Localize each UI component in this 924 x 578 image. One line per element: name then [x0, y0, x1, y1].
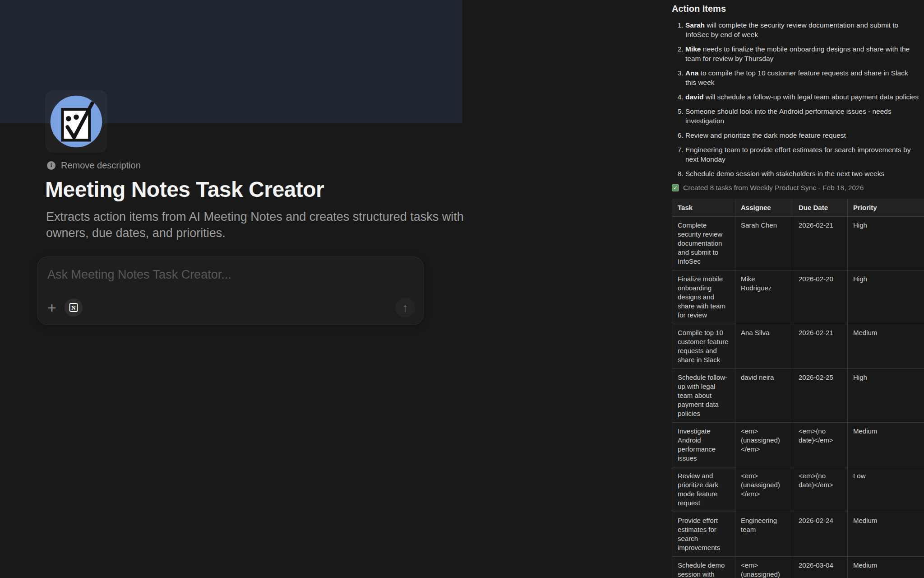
table-row: Investigate Android performance issues<e…	[672, 423, 924, 467]
table-cell: <em>(unassigned)​</em>	[735, 557, 793, 578]
table-cell: 2026-02-21	[793, 217, 848, 270]
tasks-table-body: Complete security review documentation a…	[672, 217, 924, 578]
action-item: Engineering team to provide effort estim…	[685, 145, 920, 164]
tasks-table-header-row: TaskAssigneeDue DatePriority	[672, 199, 924, 217]
table-header-cell: Assignee	[735, 199, 793, 217]
action-item: Ana to compile the top 10 customer featu…	[685, 68, 920, 87]
remove-description-button[interactable]: i Remove description	[47, 159, 141, 172]
action-item: Someone should look into the Android per…	[685, 107, 920, 126]
green-check-icon: ✓	[672, 184, 679, 191]
table-cell: 2026-02-25	[793, 369, 848, 423]
info-icon: i	[47, 161, 55, 170]
table-cell: <em>(unassigned)​</em>	[735, 467, 793, 512]
results-heading: Action Items	[672, 4, 920, 14]
action-items-list: Sarah will complete the security review …	[672, 20, 920, 178]
notion-logo-icon: N	[68, 302, 79, 313]
table-cell: Sarah Chen	[735, 217, 793, 270]
agent-response-panel: Action Items Sarah will complete the sec…	[672, 4, 920, 578]
table-row: Compile top 10 customer feature requests…	[672, 324, 924, 369]
table-cell: Engineering team	[735, 512, 793, 557]
remove-description-label: Remove description	[61, 160, 141, 171]
page-icon[interactable]	[45, 90, 107, 153]
table-row: Finalize mobile onboarding designs and s…	[672, 270, 924, 324]
status-line: ✓ Created 8 tasks from Weekly Product Sy…	[672, 183, 920, 192]
action-item: david will schedule a follow-up with leg…	[685, 92, 920, 102]
table-cell: 2026-02-21	[793, 324, 848, 369]
prompt-input[interactable]: Ask Meeting Notes Task Creator...	[47, 268, 413, 282]
table-row: Schedule follow-up with legal team about…	[672, 369, 924, 423]
table-cell: High	[848, 217, 924, 270]
table-cell: <em>(unassigned)​</em>	[735, 423, 793, 467]
table-row: Complete security review documentation a…	[672, 217, 924, 270]
table-row: Review and prioritize dark mode feature …	[672, 467, 924, 512]
send-button[interactable]: ↑	[395, 298, 415, 317]
table-cell: 2026-02-20	[793, 270, 848, 324]
table-cell: Medium	[848, 423, 924, 467]
table-cell: <em>(no date)​</em>	[793, 467, 848, 512]
prompt-box: Ask Meeting Notes Task Creator... + N ↑	[37, 256, 424, 325]
tasks-table: TaskAssigneeDue DatePriority Complete se…	[672, 199, 924, 578]
table-cell: <em>(no date)​</em>	[793, 423, 848, 467]
action-item: Mike needs to finalize the mobile onboar…	[685, 44, 920, 63]
action-item: Review and prioritize the dark mode feat…	[685, 131, 920, 140]
table-header-cell: Task	[672, 199, 735, 217]
table-cell: Medium	[848, 324, 924, 369]
table-cell: 2026-03-04	[793, 557, 848, 578]
table-row: Provide effort estimates for search impr…	[672, 512, 924, 557]
table-header-cell: Due Date	[793, 199, 848, 217]
table-cell: High	[848, 270, 924, 324]
status-text: Created 8 tasks from Weekly Product Sync…	[683, 183, 864, 192]
table-cell: High	[848, 369, 924, 423]
table-cell: Investigate Android performance issues	[672, 423, 735, 467]
table-cell: Schedule follow-up with legal team about…	[672, 369, 735, 423]
table-cell: Compile top 10 customer feature requests…	[672, 324, 735, 369]
table-header-cell: Priority	[848, 199, 924, 217]
arrow-up-icon: ↑	[402, 301, 408, 315]
table-cell: Ana Silva	[735, 324, 793, 369]
table-cell: Finalize mobile onboarding designs and s…	[672, 270, 735, 324]
plus-icon[interactable]: +	[47, 300, 56, 315]
agent-selector-button[interactable]: N	[65, 298, 83, 317]
action-item: Schedule demo session with stakeholders …	[685, 169, 920, 178]
table-cell: Medium	[848, 512, 924, 557]
prompt-actions: + N ↑	[47, 298, 415, 317]
action-item: Sarah will complete the security review …	[685, 20, 920, 39]
table-row: Schedule demo session with stakeholders<…	[672, 557, 924, 578]
table-cell: Low	[848, 467, 924, 512]
table-cell: Schedule demo session with stakeholders	[672, 557, 735, 578]
table-cell: Review and prioritize dark mode feature …	[672, 467, 735, 512]
checklist-note-icon	[49, 94, 104, 149]
table-cell: david neira	[735, 369, 793, 423]
page-description[interactable]: Extracts action items from AI Meeting No…	[46, 209, 497, 241]
table-cell: Medium	[848, 557, 924, 578]
table-cell: Complete security review documentation a…	[672, 217, 735, 270]
page-title[interactable]: Meeting Notes Task Creator	[45, 177, 496, 202]
table-cell: Provide effort estimates for search impr…	[672, 512, 735, 557]
table-cell: Mike Rodriguez	[735, 270, 793, 324]
table-cell: 2026-02-24	[793, 512, 848, 557]
svg-text:N: N	[71, 304, 76, 311]
